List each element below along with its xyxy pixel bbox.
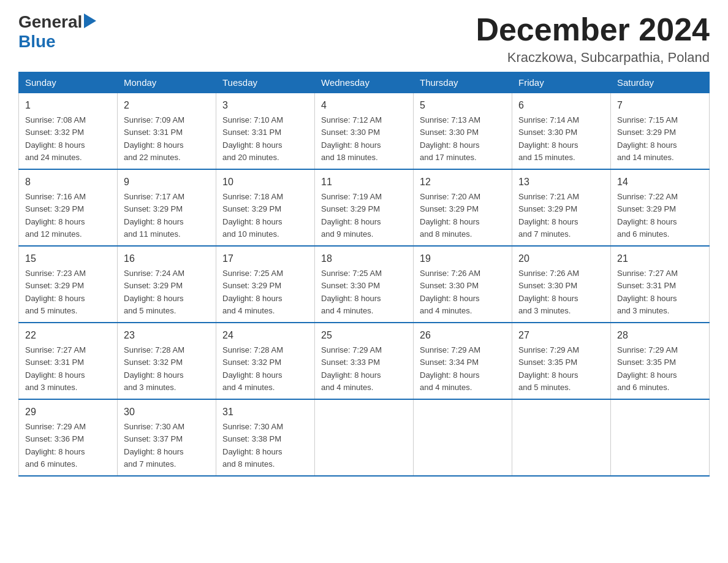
- header-col-tuesday: Tuesday: [216, 72, 315, 93]
- day-number: 15: [25, 251, 111, 266]
- day-info: Sunrise: 7:22 AMSunset: 3:29 PMDaylight:…: [617, 192, 678, 239]
- day-number: 19: [420, 251, 506, 266]
- calendar-cell: 23Sunrise: 7:28 AMSunset: 3:32 PMDayligh…: [118, 323, 216, 399]
- day-number: 29: [25, 405, 111, 419]
- week-row-2: 8Sunrise: 7:16 AMSunset: 3:29 PMDaylight…: [19, 169, 710, 246]
- week-row-4: 22Sunrise: 7:27 AMSunset: 3:31 PMDayligh…: [19, 323, 710, 399]
- day-number: 4: [321, 98, 407, 113]
- day-number: 27: [518, 328, 604, 343]
- day-number: 28: [617, 328, 703, 343]
- day-info: Sunrise: 7:27 AMSunset: 3:31 PMDaylight:…: [25, 345, 86, 392]
- calendar-cell: 18Sunrise: 7:25 AMSunset: 3:30 PMDayligh…: [315, 246, 414, 323]
- calendar-cell: 31Sunrise: 7:30 AMSunset: 3:38 PMDayligh…: [216, 399, 315, 476]
- calendar-cell: [414, 399, 512, 476]
- day-number: 25: [321, 328, 407, 343]
- day-number: 26: [420, 328, 506, 343]
- calendar-cell: 5Sunrise: 7:13 AMSunset: 3:30 PMDaylight…: [414, 93, 512, 170]
- day-number: 23: [124, 328, 210, 343]
- day-info: Sunrise: 7:18 AMSunset: 3:29 PMDaylight:…: [222, 192, 283, 239]
- day-info: Sunrise: 7:25 AMSunset: 3:30 PMDaylight:…: [321, 269, 382, 315]
- calendar-header: SundayMondayTuesdayWednesdayThursdayFrid…: [19, 72, 710, 93]
- day-number: 2: [124, 98, 210, 113]
- day-info: Sunrise: 7:12 AMSunset: 3:30 PMDaylight:…: [321, 115, 382, 162]
- day-info: Sunrise: 7:16 AMSunset: 3:29 PMDaylight:…: [25, 192, 86, 239]
- calendar-cell: 9Sunrise: 7:17 AMSunset: 3:29 PMDaylight…: [118, 169, 216, 246]
- day-info: Sunrise: 7:29 AMSunset: 3:33 PMDaylight:…: [321, 345, 382, 392]
- day-number: 20: [518, 251, 604, 266]
- day-info: Sunrise: 7:19 AMSunset: 3:29 PMDaylight:…: [321, 192, 382, 239]
- calendar-cell: 30Sunrise: 7:30 AMSunset: 3:37 PMDayligh…: [118, 399, 216, 476]
- page-header: General Blue December 2024 Kraczkowa, Su…: [18, 12, 710, 66]
- calendar-cell: 26Sunrise: 7:29 AMSunset: 3:34 PMDayligh…: [414, 323, 512, 399]
- day-info: Sunrise: 7:29 AMSunset: 3:35 PMDaylight:…: [518, 345, 579, 392]
- day-info: Sunrise: 7:29 AMSunset: 3:34 PMDaylight:…: [420, 345, 480, 392]
- day-number: 30: [124, 405, 210, 419]
- calendar-cell: 6Sunrise: 7:14 AMSunset: 3:30 PMDaylight…: [512, 93, 611, 170]
- day-info: Sunrise: 7:29 AMSunset: 3:35 PMDaylight:…: [617, 345, 678, 392]
- calendar-cell: [315, 399, 414, 476]
- calendar-table: SundayMondayTuesdayWednesdayThursdayFrid…: [18, 72, 710, 477]
- week-row-3: 15Sunrise: 7:23 AMSunset: 3:29 PMDayligh…: [19, 246, 710, 323]
- day-info: Sunrise: 7:26 AMSunset: 3:30 PMDaylight:…: [420, 269, 480, 315]
- day-info: Sunrise: 7:29 AMSunset: 3:36 PMDaylight:…: [25, 422, 86, 469]
- day-number: 3: [222, 98, 308, 113]
- day-info: Sunrise: 7:21 AMSunset: 3:29 PMDaylight:…: [518, 192, 579, 239]
- calendar-cell: 28Sunrise: 7:29 AMSunset: 3:35 PMDayligh…: [611, 323, 710, 399]
- calendar-cell: 24Sunrise: 7:28 AMSunset: 3:32 PMDayligh…: [216, 323, 315, 399]
- day-info: Sunrise: 7:25 AMSunset: 3:29 PMDaylight:…: [222, 269, 283, 315]
- calendar-cell: 8Sunrise: 7:16 AMSunset: 3:29 PMDaylight…: [19, 169, 118, 246]
- calendar-cell: 27Sunrise: 7:29 AMSunset: 3:35 PMDayligh…: [512, 323, 611, 399]
- day-info: Sunrise: 7:24 AMSunset: 3:29 PMDaylight:…: [124, 269, 184, 315]
- calendar-cell: [611, 399, 710, 476]
- day-info: Sunrise: 7:13 AMSunset: 3:30 PMDaylight:…: [420, 115, 480, 162]
- calendar-cell: 17Sunrise: 7:25 AMSunset: 3:29 PMDayligh…: [216, 246, 315, 323]
- calendar-cell: 10Sunrise: 7:18 AMSunset: 3:29 PMDayligh…: [216, 169, 315, 246]
- calendar-cell: 1Sunrise: 7:08 AMSunset: 3:32 PMDaylight…: [19, 93, 118, 170]
- header-col-sunday: Sunday: [19, 72, 118, 93]
- day-number: 6: [518, 98, 604, 113]
- day-number: 9: [124, 175, 210, 190]
- day-number: 22: [25, 328, 111, 343]
- header-col-saturday: Saturday: [611, 72, 710, 93]
- day-info: Sunrise: 7:23 AMSunset: 3:29 PMDaylight:…: [25, 269, 86, 315]
- day-number: 16: [124, 251, 210, 266]
- calendar-cell: [512, 399, 611, 476]
- day-info: Sunrise: 7:10 AMSunset: 3:31 PMDaylight:…: [222, 115, 283, 162]
- calendar-cell: 29Sunrise: 7:29 AMSunset: 3:36 PMDayligh…: [19, 399, 118, 476]
- header-row: SundayMondayTuesdayWednesdayThursdayFrid…: [19, 72, 710, 93]
- calendar-subtitle: Kraczkowa, Subcarpathia, Poland: [476, 50, 710, 66]
- calendar-cell: 13Sunrise: 7:21 AMSunset: 3:29 PMDayligh…: [512, 169, 611, 246]
- title-block: December 2024 Kraczkowa, Subcarpathia, P…: [476, 12, 710, 66]
- svg-marker-0: [84, 13, 96, 28]
- logo-blue-text: Blue: [18, 32, 56, 51]
- logo-triangle-icon: [84, 13, 96, 31]
- calendar-cell: 20Sunrise: 7:26 AMSunset: 3:30 PMDayligh…: [512, 246, 611, 323]
- day-number: 13: [518, 175, 604, 190]
- header-col-friday: Friday: [512, 72, 611, 93]
- calendar-cell: 19Sunrise: 7:26 AMSunset: 3:30 PMDayligh…: [414, 246, 512, 323]
- calendar-cell: 25Sunrise: 7:29 AMSunset: 3:33 PMDayligh…: [315, 323, 414, 399]
- calendar-cell: 22Sunrise: 7:27 AMSunset: 3:31 PMDayligh…: [19, 323, 118, 399]
- day-number: 21: [617, 251, 703, 266]
- day-number: 11: [321, 175, 407, 190]
- day-number: 17: [222, 251, 308, 266]
- header-col-wednesday: Wednesday: [315, 72, 414, 93]
- header-col-monday: Monday: [118, 72, 216, 93]
- calendar-cell: 3Sunrise: 7:10 AMSunset: 3:31 PMDaylight…: [216, 93, 315, 170]
- day-number: 31: [222, 405, 308, 419]
- calendar-cell: 2Sunrise: 7:09 AMSunset: 3:31 PMDaylight…: [118, 93, 216, 170]
- calendar-cell: 11Sunrise: 7:19 AMSunset: 3:29 PMDayligh…: [315, 169, 414, 246]
- day-info: Sunrise: 7:26 AMSunset: 3:30 PMDaylight:…: [518, 269, 579, 315]
- day-number: 5: [420, 98, 506, 113]
- calendar-cell: 21Sunrise: 7:27 AMSunset: 3:31 PMDayligh…: [611, 246, 710, 323]
- day-info: Sunrise: 7:28 AMSunset: 3:32 PMDaylight:…: [124, 345, 184, 392]
- day-number: 10: [222, 175, 308, 190]
- day-info: Sunrise: 7:08 AMSunset: 3:32 PMDaylight:…: [25, 115, 86, 162]
- calendar-cell: 12Sunrise: 7:20 AMSunset: 3:29 PMDayligh…: [414, 169, 512, 246]
- day-info: Sunrise: 7:15 AMSunset: 3:29 PMDaylight:…: [617, 115, 678, 162]
- day-info: Sunrise: 7:17 AMSunset: 3:29 PMDaylight:…: [124, 192, 184, 239]
- day-number: 24: [222, 328, 308, 343]
- calendar-cell: 4Sunrise: 7:12 AMSunset: 3:30 PMDaylight…: [315, 93, 414, 170]
- day-number: 1: [25, 98, 111, 113]
- day-info: Sunrise: 7:09 AMSunset: 3:31 PMDaylight:…: [124, 115, 184, 162]
